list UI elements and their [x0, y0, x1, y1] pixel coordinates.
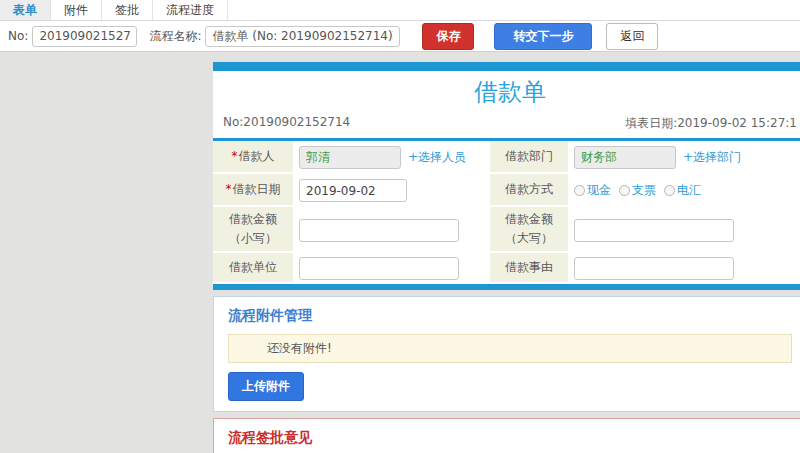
loan-date-field — [293, 174, 490, 207]
borrower-input[interactable] — [299, 146, 401, 169]
loan-reason-input[interactable] — [574, 257, 734, 280]
required-mark: * — [226, 182, 232, 196]
select-person-link[interactable]: +选择人员 — [408, 149, 466, 166]
no-attachment-message: 还没有附件! — [228, 334, 792, 363]
loan-reason-label: 借款事由 — [490, 253, 568, 284]
amount-lowercase-field — [293, 207, 490, 253]
forward-next-step-button[interactable]: 转交下一步 — [494, 23, 592, 50]
amount-uppercase-input[interactable] — [574, 219, 734, 242]
loan-unit-field — [293, 253, 490, 284]
amount-lowercase-input[interactable] — [299, 219, 459, 242]
loan-form-panel: 借款单 No:20190902152714 填表日期:2019-09-02 15… — [213, 62, 800, 290]
form-date-text: 填表日期:2019-09-02 15:27:1 — [625, 115, 797, 132]
upload-attachment-button[interactable]: 上传附件 — [228, 372, 304, 401]
amount-uppercase-field — [568, 207, 800, 253]
radio-check[interactable]: 支票 — [619, 182, 656, 199]
form-bottom-accent-bar — [213, 284, 800, 290]
form-title: 借款单 — [213, 71, 800, 110]
tab-process-progress[interactable]: 流程进度 — [153, 0, 228, 20]
action-toolbar: No: 流程名称: 保存 转交下一步 返回 — [0, 21, 800, 52]
required-mark: * — [232, 149, 238, 163]
radio-circle-icon[interactable] — [619, 185, 630, 196]
tab-approval[interactable]: 签批 — [102, 0, 153, 20]
radio-cash[interactable]: 现金 — [574, 182, 611, 199]
form-meta-row: No:20190902152714 填表日期:2019-09-02 15:27:… — [213, 110, 800, 141]
radio-circle-icon[interactable] — [574, 185, 585, 196]
loan-method-field: 现金 支票 电汇 — [568, 174, 800, 207]
save-button[interactable]: 保存 — [422, 23, 474, 50]
content-column: 借款单 No:20190902152714 填表日期:2019-09-02 15… — [213, 62, 800, 453]
process-name-label: 流程名称: — [149, 28, 201, 45]
tab-attachments[interactable]: 附件 — [51, 0, 102, 20]
select-department-link[interactable]: +选择部门 — [683, 149, 741, 166]
loan-date-input[interactable] — [299, 179, 407, 202]
amount-uppercase-label: 借款金额（大写） — [490, 207, 568, 253]
attachment-panel: 流程附件管理 还没有附件! 上传附件 — [213, 296, 800, 412]
radio-circle-icon[interactable] — [664, 185, 675, 196]
back-button[interactable]: 返回 — [606, 23, 658, 50]
loan-method-label: 借款方式 — [490, 174, 568, 207]
amount-lowercase-label: 借款金额（小写） — [213, 207, 293, 253]
attachment-heading: 流程附件管理 — [228, 307, 792, 325]
loan-reason-field — [568, 253, 800, 284]
department-label: 借款部门 — [490, 141, 568, 174]
form-no-text: No:20190902152714 — [223, 115, 350, 132]
form-fields-grid: *借款人 +选择人员 借款部门 +选择部门 *借款日期 借款方式 — [213, 141, 800, 284]
process-name-input[interactable] — [205, 26, 400, 47]
department-field: +选择部门 — [568, 141, 800, 174]
loan-unit-label: 借款单位 — [213, 253, 293, 284]
borrower-label: *借款人 — [213, 141, 293, 174]
tab-form[interactable]: 表单 — [0, 0, 51, 20]
no-input[interactable] — [32, 26, 137, 47]
borrower-field: +选择人员 — [293, 141, 490, 174]
form-top-accent-bar — [213, 62, 800, 71]
loan-date-label: *借款日期 — [213, 174, 293, 207]
approval-heading: 流程签批意见 — [228, 429, 792, 447]
approval-panel: 流程签批意见 B I abc — [213, 418, 800, 453]
department-input[interactable] — [574, 146, 676, 169]
loan-unit-input[interactable] — [299, 257, 459, 280]
tab-bar: 表单 附件 签批 流程进度 — [0, 0, 800, 21]
no-label: No: — [8, 29, 28, 43]
radio-wire-transfer[interactable]: 电汇 — [664, 182, 701, 199]
